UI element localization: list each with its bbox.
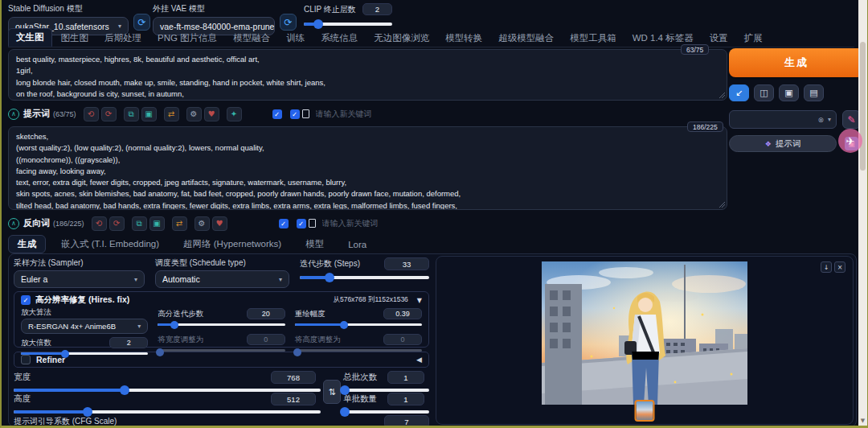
denoise-value[interactable]: 0.39 bbox=[383, 308, 422, 319]
prompt-paste-button[interactable]: ▣ bbox=[141, 107, 157, 121]
negative-translate-button[interactable]: ⇄ bbox=[172, 216, 187, 231]
generate-button[interactable]: 生成 bbox=[729, 48, 864, 77]
negative-undo-button[interactable]: ⟲ bbox=[92, 216, 107, 231]
tab-extras[interactable]: 后期处理 bbox=[97, 30, 149, 47]
negative-copy-button[interactable]: ⧉ bbox=[132, 216, 147, 231]
cfg-value[interactable]: 7 bbox=[384, 415, 429, 426]
resize-height-slider[interactable] bbox=[295, 347, 422, 355]
slider-handle[interactable] bbox=[340, 321, 348, 329]
negative-keyword-input[interactable] bbox=[322, 219, 727, 228]
tab-img2img[interactable]: 图生图 bbox=[54, 30, 96, 47]
slider-handle[interactable] bbox=[340, 385, 350, 395]
subtab-generation[interactable]: 生成 bbox=[8, 235, 46, 253]
steps-slider[interactable] bbox=[300, 272, 429, 282]
prompt-copy-button[interactable]: ⧉ bbox=[124, 107, 139, 121]
tab-extensions[interactable]: 扩展 bbox=[737, 30, 770, 47]
hires-steps-slider[interactable] bbox=[158, 321, 285, 329]
slider-handle[interactable] bbox=[61, 350, 69, 358]
download-image-icon[interactable]: ↓ bbox=[821, 261, 832, 273]
prompt-helper-button[interactable]: ❖ 提示词 bbox=[729, 135, 837, 152]
subtab-lora[interactable]: Lora bbox=[339, 237, 375, 252]
tab-system-info[interactable]: 系统信息 bbox=[313, 30, 365, 47]
slider-handle[interactable] bbox=[313, 19, 323, 29]
clear-prompt-button[interactable]: ◫ bbox=[754, 84, 774, 101]
slider-handle[interactable] bbox=[293, 348, 301, 356]
prompt-magic-button[interactable]: ✦ bbox=[227, 107, 242, 121]
upscale-by-value[interactable]: 2 bbox=[109, 337, 148, 348]
paste-params-button[interactable]: ↙ bbox=[729, 84, 749, 101]
batch-size-slider[interactable] bbox=[343, 406, 429, 417]
negative-settings-button[interactable]: ⚙ bbox=[194, 216, 210, 231]
slider-handle[interactable] bbox=[83, 407, 92, 417]
upscale-by-slider[interactable] bbox=[21, 350, 148, 358]
panel-toggle-icon[interactable] bbox=[309, 219, 316, 228]
sampler-dropdown[interactable]: Euler a ▾ bbox=[14, 270, 145, 288]
collapse-negative-icon[interactable]: ∧ bbox=[8, 218, 19, 229]
tab-png-info[interactable]: PNG 图片信息 bbox=[150, 30, 224, 47]
negative-redo-button[interactable]: ⟳ bbox=[109, 216, 125, 231]
tab-model-converter[interactable]: 模型转换 bbox=[438, 30, 489, 47]
clear-styles-icon[interactable]: ⊗ bbox=[817, 116, 824, 124]
styles-dropdown[interactable]: ⊗ ▾ bbox=[729, 110, 837, 129]
steps-value[interactable]: 33 bbox=[384, 257, 429, 270]
hires-collapse-icon[interactable]: ▼ bbox=[417, 297, 422, 304]
close-preview-icon[interactable]: × bbox=[834, 261, 845, 273]
subtab-embedding[interactable]: 嵌入式 (T.I. Embedding) bbox=[52, 236, 168, 253]
batch-count-value[interactable]: 1 bbox=[387, 371, 424, 384]
refresh-vae-button[interactable]: ⟳ bbox=[280, 14, 297, 31]
upscaler-dropdown[interactable]: R-ESRGAN 4x+ Anime6B ▾ bbox=[21, 319, 148, 334]
swap-dimensions-button[interactable]: ⇅ bbox=[323, 380, 341, 404]
scroll-down-arrow-icon[interactable]: ▼ bbox=[858, 418, 867, 424]
negative-prompt-textarea[interactable]: sketches, (worst quality:2), (low qualit… bbox=[8, 126, 727, 210]
prompt-sync-checkbox[interactable]: ✓ bbox=[290, 109, 300, 119]
slider-handle[interactable] bbox=[120, 385, 129, 395]
gallery-thumbnail[interactable] bbox=[635, 400, 655, 422]
slider-handle[interactable] bbox=[325, 273, 334, 282]
extra-networks-button[interactable]: ▣ bbox=[779, 84, 799, 101]
prompt-settings-button[interactable]: ⚙ bbox=[186, 107, 202, 121]
hires-fix-checkbox[interactable]: ✓ bbox=[21, 295, 31, 305]
batch-count-slider[interactable] bbox=[343, 385, 429, 395]
tab-infinite-image-browsing[interactable]: 无边图像浏览 bbox=[366, 30, 436, 47]
subtab-hypernetworks[interactable]: 超网络 (Hypernetworks) bbox=[174, 236, 290, 253]
height-slider[interactable] bbox=[14, 406, 321, 417]
resize-width-slider[interactable] bbox=[158, 347, 285, 355]
vertical-scrollbar[interactable]: ▼ bbox=[858, 0, 867, 426]
slider-handle[interactable] bbox=[156, 348, 164, 356]
clip-skip-value[interactable]: 2 bbox=[362, 3, 392, 15]
prompt-undo-button[interactable]: ⟲ bbox=[84, 107, 99, 121]
denoise-slider[interactable] bbox=[295, 321, 422, 329]
schedule-dropdown[interactable]: Automatic ▾ bbox=[155, 270, 289, 288]
prompt-textarea[interactable]: best quality, masterpiece, highres, 8k, … bbox=[8, 49, 727, 101]
refiner-collapse-icon[interactable]: ◀ bbox=[416, 356, 422, 364]
tab-super-merger[interactable]: 超级模型融合 bbox=[491, 30, 561, 47]
slider-handle[interactable] bbox=[340, 407, 350, 417]
resize-width-value[interactable]: 0 bbox=[247, 334, 285, 345]
negative-sync-checkbox[interactable]: ✓ bbox=[297, 219, 306, 228]
hires-steps-value[interactable]: 20 bbox=[247, 308, 285, 319]
width-value[interactable]: 768 bbox=[271, 371, 316, 384]
prompt-clear-button[interactable]: ♥ bbox=[204, 107, 219, 121]
tab-model-toolkit[interactable]: 模型工具箱 bbox=[563, 30, 624, 47]
prompt-auto-checkbox[interactable]: ✓ bbox=[272, 109, 282, 119]
panel-toggle-icon[interactable] bbox=[302, 109, 309, 118]
floating-assistant-button[interactable]: ✈ bbox=[838, 129, 862, 153]
negative-clear-button[interactable]: ♥ bbox=[212, 216, 227, 231]
resize-height-value[interactable]: 0 bbox=[383, 334, 422, 345]
prompt-redo-button[interactable]: ⟳ bbox=[101, 107, 117, 121]
negative-paste-button[interactable]: ▣ bbox=[149, 216, 165, 231]
clip-skip-slider[interactable] bbox=[304, 19, 392, 29]
tab-train[interactable]: 训练 bbox=[279, 30, 312, 47]
width-slider[interactable] bbox=[14, 385, 321, 395]
tab-checkpoint-merger[interactable]: 模型融合 bbox=[226, 30, 277, 47]
apply-style-button[interactable]: ▤ bbox=[804, 84, 824, 101]
generated-image[interactable] bbox=[542, 261, 747, 405]
refresh-sd-model-button[interactable]: ⟳ bbox=[133, 14, 150, 31]
prompt-keyword-input[interactable] bbox=[316, 109, 727, 118]
slider-handle[interactable] bbox=[170, 321, 178, 329]
negative-auto-checkbox[interactable]: ✓ bbox=[279, 219, 289, 228]
scrollbar-thumb[interactable] bbox=[860, 42, 866, 171]
tab-txt2img[interactable]: 文生图 bbox=[8, 28, 52, 47]
prompt-translate-button[interactable]: ⇄ bbox=[164, 107, 179, 121]
subtab-checkpoints[interactable]: 模型 bbox=[297, 236, 333, 253]
